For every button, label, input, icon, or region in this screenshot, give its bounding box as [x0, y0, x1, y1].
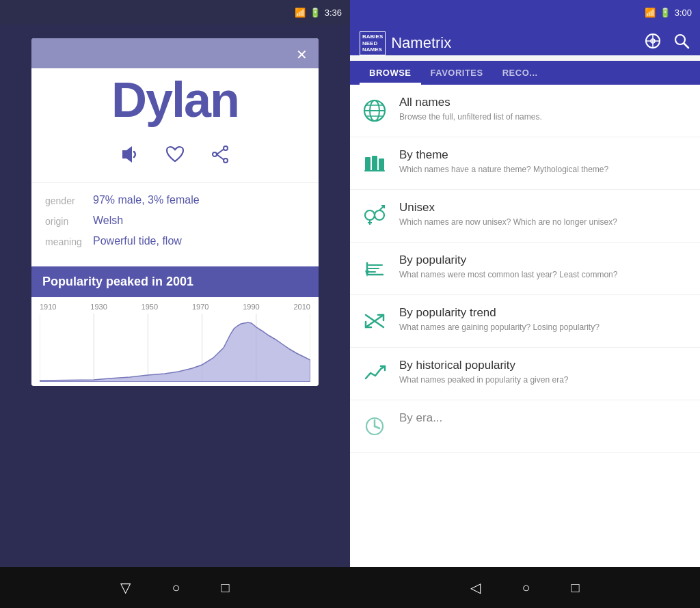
chart-label-1910: 1910 [40, 303, 56, 311]
svg-rect-26 [364, 170, 385, 171]
gender-row: gender 97% male, 3% female [45, 194, 305, 206]
svg-line-17 [684, 44, 689, 49]
unisex-icon [360, 201, 390, 231]
home-button-right[interactable]: ○ [522, 580, 530, 596]
close-button[interactable]: ✕ [296, 48, 308, 61]
details-section: gender 97% male, 3% female origin Welsh … [31, 182, 319, 266]
books-icon [360, 148, 390, 178]
svg-line-5 [217, 154, 224, 160]
dialog-card: ✕ Dylan [31, 38, 319, 386]
recent-button-right[interactable]: □ [571, 580, 580, 596]
meaning-label: meaning [45, 235, 93, 247]
by-popularity-title: By popularity [399, 253, 690, 267]
recent-button-left[interactable]: □ [221, 580, 230, 596]
sound-button[interactable] [120, 145, 140, 169]
unisex-text: Unisex Which names are now unisex? Which… [399, 201, 690, 228]
list-item-all-names[interactable]: All names Browse the full, unfiltered li… [350, 85, 700, 137]
svg-line-41 [375, 426, 379, 428]
chart-labels: 1910 1930 1950 1970 1990 2010 [40, 303, 310, 311]
list-item-by-era[interactable]: By era... [350, 400, 700, 453]
nav-bar-left: ▽ ○ □ [0, 567, 350, 608]
globe-icon [360, 96, 390, 126]
meaning-value: Powerful tide, flow [93, 235, 182, 247]
battery-icon-right: 🔋 [660, 8, 671, 18]
tabs-bar: BROWSE FAVORITES RECO... [350, 61, 700, 85]
svg-point-1 [224, 146, 228, 150]
status-bar-right: 📶 🔋 3:00 [350, 0, 700, 25]
svg-point-2 [224, 158, 228, 163]
trend-icon [360, 306, 390, 336]
battery-icon: 🔋 [310, 8, 321, 18]
popularity-icon [360, 253, 390, 284]
by-theme-title: By theme [399, 148, 690, 162]
all-names-title: All names [399, 96, 690, 109]
location-icon[interactable] [644, 32, 662, 54]
app-title: Nametrix [391, 34, 638, 52]
popularity-banner: Popularity peaked in 2001 [31, 266, 319, 297]
popularity-chart [40, 314, 310, 382]
svg-rect-23 [365, 157, 371, 171]
svg-rect-24 [372, 156, 377, 171]
tab-favorites[interactable]: FAVORITES [421, 61, 493, 85]
by-era-text: By era... [399, 411, 690, 427]
favorite-button[interactable] [165, 145, 185, 169]
list-item-by-historical[interactable]: By historical popularity What names peak… [350, 348, 700, 400]
era-icon [360, 411, 390, 441]
history-icon [360, 359, 390, 389]
svg-point-3 [213, 152, 217, 156]
origin-row: origin Welsh [45, 215, 305, 227]
chart-label-1930: 1930 [90, 303, 107, 311]
meaning-row: meaning Powerful tide, flow [45, 235, 305, 247]
action-buttons [31, 138, 319, 182]
by-historical-title: By historical popularity [399, 359, 690, 372]
home-button-left[interactable]: ○ [172, 580, 180, 596]
dialog-overlay: ✕ Dylan [0, 25, 350, 567]
by-popularity-text: By popularity What names were most commo… [399, 253, 690, 281]
time-left: 3:36 [325, 8, 342, 18]
list-item-by-theme[interactable]: By theme Which names have a nature theme… [350, 137, 700, 190]
by-theme-text: By theme Which names have a nature theme… [399, 148, 690, 176]
app-logo: BABIES NEED NAMES [360, 31, 386, 55]
list-item-by-trend[interactable]: By popularity trend What names are gaini… [350, 295, 700, 348]
origin-label: origin [45, 215, 93, 227]
by-trend-title: By popularity trend [399, 306, 690, 320]
search-icon-right[interactable] [673, 32, 690, 54]
gender-value: 97% male, 3% female [93, 194, 200, 206]
chart-label-1990: 1990 [243, 303, 259, 311]
back-button-right[interactable]: ◁ [470, 579, 481, 596]
signal-icon: 📶 [295, 8, 306, 18]
menu-list: All names Browse the full, unfiltered li… [350, 85, 700, 567]
svg-line-4 [217, 150, 224, 155]
svg-point-27 [365, 210, 375, 220]
tab-browse[interactable]: BROWSE [360, 61, 421, 85]
chart-label-2010: 2010 [293, 303, 310, 311]
by-trend-text: By popularity trend What names are gaini… [399, 306, 690, 333]
all-names-text: All names Browse the full, unfiltered li… [399, 96, 690, 123]
chart-area: 1910 1930 1950 1970 1990 2010 [31, 297, 319, 386]
all-names-desc: Browse the full, unfiltered list of name… [399, 111, 690, 123]
gender-label: gender [45, 194, 93, 206]
chart-label-1950: 1950 [142, 303, 158, 311]
header-icons [644, 32, 690, 54]
phone-right: 📶 🔋 3:00 BABIES NEED NAMES Nametrix [350, 0, 700, 608]
svg-marker-0 [122, 146, 132, 163]
svg-rect-25 [379, 158, 384, 171]
unisex-desc: Which names are now unisex? Which are no… [399, 217, 690, 228]
svg-point-28 [375, 210, 384, 220]
back-button-left[interactable]: ▽ [120, 579, 131, 596]
list-item-by-popularity[interactable]: By popularity What names were most commo… [350, 243, 700, 295]
time-right: 3:00 [675, 8, 692, 18]
share-button[interactable] [210, 145, 230, 169]
signal-icon-right: 📶 [645, 8, 656, 18]
by-era-title: By era... [399, 411, 690, 425]
tab-reco[interactable]: RECO... [493, 61, 548, 85]
by-trend-desc: What names are gaining popularity? Losin… [399, 322, 690, 333]
name-display: Dylan [31, 68, 319, 138]
list-item-unisex[interactable]: Unisex Which names are now unisex? Which… [350, 190, 700, 243]
nav-bar-right: ◁ ○ □ [350, 567, 700, 608]
dialog-header: ✕ [31, 38, 319, 68]
by-historical-text: By historical popularity What names peak… [399, 359, 690, 386]
by-historical-desc: What names peaked in popularity a given … [399, 374, 690, 386]
origin-value: Welsh [93, 215, 123, 227]
by-popularity-desc: What names were most common last year? L… [399, 269, 690, 281]
